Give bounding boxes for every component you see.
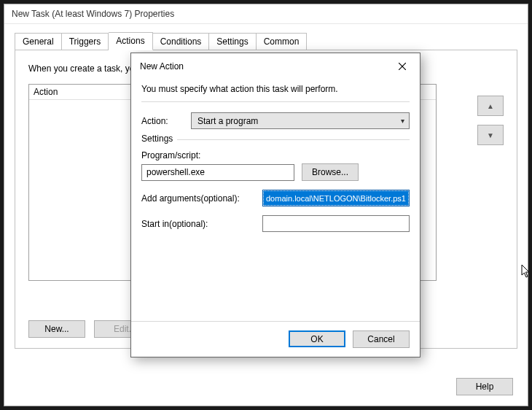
new-action-button[interactable]: New... bbox=[28, 320, 85, 338]
move-down-button[interactable]: ▼ bbox=[477, 125, 504, 145]
triangle-down-icon: ▼ bbox=[487, 131, 494, 139]
tab-general[interactable]: General bbox=[15, 33, 62, 50]
action-dropdown[interactable]: Start a program ▾ bbox=[191, 112, 410, 129]
tab-common[interactable]: Common bbox=[257, 33, 308, 50]
arguments-label: Add arguments(optional): bbox=[141, 193, 257, 204]
reorder-buttons: ▲ ▼ bbox=[477, 96, 504, 145]
browse-button[interactable]: Browse... bbox=[302, 163, 359, 181]
action-label: Action: bbox=[141, 116, 181, 126]
close-icon bbox=[399, 63, 406, 70]
dialog-titlebar: New Action bbox=[131, 53, 420, 80]
new-action-dialog: New Action You must specify what action … bbox=[130, 53, 420, 357]
arguments-row: Add arguments(optional): bbox=[141, 190, 410, 206]
arguments-input[interactable] bbox=[262, 190, 410, 206]
startin-label: Start in(optional): bbox=[141, 219, 257, 229]
triangle-up-icon: ▲ bbox=[487, 102, 494, 110]
action-row: Action: Start a program ▾ bbox=[141, 112, 410, 129]
ok-button[interactable]: OK bbox=[289, 330, 345, 347]
close-button[interactable] bbox=[392, 59, 412, 74]
action-dropdown-value: Start a program bbox=[197, 116, 258, 126]
program-input[interactable] bbox=[141, 164, 294, 181]
divider bbox=[141, 101, 410, 102]
program-row: Browse... bbox=[141, 163, 410, 181]
settings-fieldset: Settings Program/script: Browse... Add a… bbox=[141, 139, 410, 232]
tabstrip: General Triggers Actions Conditions Sett… bbox=[4, 24, 528, 50]
window-title: New Task (At least Windows 7) Properties bbox=[4, 4, 528, 24]
dialog-instruction: You must specify what action this task w… bbox=[141, 84, 410, 94]
tab-settings[interactable]: Settings bbox=[209, 33, 256, 50]
program-label: Program/script: bbox=[141, 150, 410, 160]
tab-actions[interactable]: Actions bbox=[109, 32, 152, 50]
dialog-footer: OK Cancel bbox=[131, 321, 420, 357]
move-up-button[interactable]: ▲ bbox=[477, 96, 504, 116]
dialog-body: You must specify what action this task w… bbox=[131, 80, 420, 321]
dialog-title: New Action bbox=[140, 61, 184, 71]
settings-legend: Settings bbox=[141, 134, 177, 144]
tab-triggers[interactable]: Triggers bbox=[62, 33, 109, 50]
help-button[interactable]: Help bbox=[456, 378, 513, 395]
chevron-down-icon: ▾ bbox=[401, 117, 404, 125]
parent-footer: Help bbox=[456, 378, 513, 395]
startin-input[interactable] bbox=[262, 215, 410, 232]
tab-conditions[interactable]: Conditions bbox=[153, 33, 210, 50]
startin-row: Start in(optional): bbox=[141, 215, 410, 232]
cancel-button[interactable]: Cancel bbox=[353, 330, 410, 348]
